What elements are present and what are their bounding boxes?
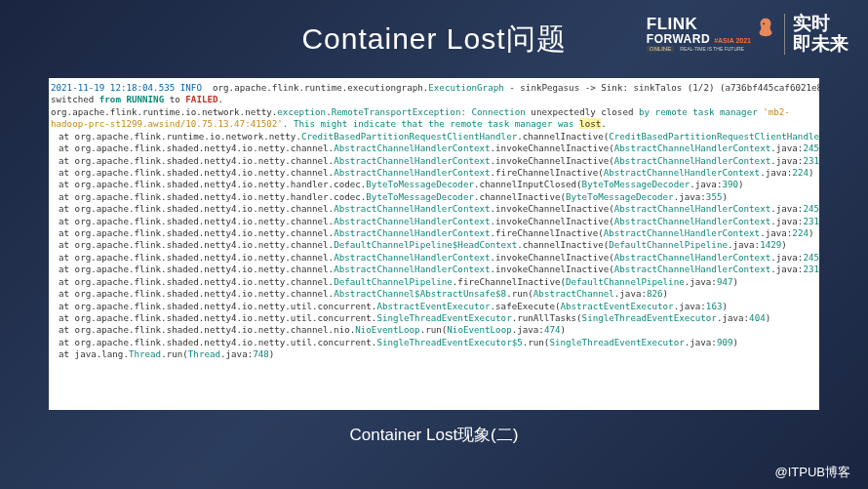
slide-title: Container Lost问题 bbox=[301, 20, 566, 60]
stack-frame: at org.apache.flink.shaded.netty4.io.net… bbox=[51, 191, 817, 203]
log-state-to: FAILED bbox=[185, 94, 217, 104]
log-switch-line: switched from RUNNING to FAILED. bbox=[51, 94, 817, 105]
logo-area: FLINK FORWARD #ASIA 2021 ONLINE REAL-TIM… bbox=[647, 14, 848, 55]
stack-frame: at org.apache.flink.shaded.netty4.io.net… bbox=[51, 264, 817, 275]
svg-point-0 bbox=[763, 23, 765, 25]
stack-frame: at org.apache.flink.shaded.netty4.io.net… bbox=[51, 239, 817, 251]
stack-frame: at org.apache.flink.shaded.netty4.io.net… bbox=[51, 167, 817, 179]
log-exception-word: exception bbox=[277, 106, 326, 117]
logo-online-text: ONLINE bbox=[647, 46, 674, 52]
logo-chinese: 实时 即未来 bbox=[784, 14, 848, 55]
stack-frame: at org.apache.flink.shaded.netty4.io.net… bbox=[51, 337, 817, 348]
slide-header: Container Lost问题 FLINK FORWARD #ASIA 202… bbox=[0, 0, 868, 78]
stack-frame: at org.apache.flink.runtime.io.network.n… bbox=[51, 131, 817, 143]
log-timestamp: 2021-11-19 12:18:04.535 bbox=[51, 82, 175, 93]
stack-frame: at java.lang.Thread.run(Thread.java:748) bbox=[51, 348, 817, 360]
stack-frame: at org.apache.flink.shaded.netty4.io.net… bbox=[51, 252, 817, 264]
footer-watermark: @ITPUB博客 bbox=[775, 464, 850, 481]
stack-frame: at org.apache.flink.shaded.netty4.io.net… bbox=[51, 203, 817, 215]
log-state-from: from RUNNING bbox=[99, 94, 164, 104]
stack-frame: at org.apache.flink.shaded.netty4.io.net… bbox=[51, 312, 817, 324]
logo-asia-text: #ASIA 2021 bbox=[714, 37, 751, 44]
stack-frame: at org.apache.flink.shaded.netty4.io.net… bbox=[51, 216, 817, 227]
log-logger-class: ExecutionGraph bbox=[428, 82, 503, 93]
log-exception-class: RemoteTransportException bbox=[332, 106, 461, 117]
logo-tagline: REAL-TIME IS THE FUTURE bbox=[680, 46, 744, 52]
log-msg-tail: - sinkPegasus -> Sink: sinkTalos (1/2) (… bbox=[504, 82, 819, 93]
flink-forward-logo: FLINK FORWARD #ASIA 2021 ONLINE REAL-TIM… bbox=[647, 17, 776, 51]
logo-forward-text: FORWARD bbox=[647, 32, 710, 46]
stack-frame: at org.apache.flink.shaded.netty4.io.net… bbox=[51, 227, 817, 239]
slide-caption: Container Lost现象(二) bbox=[0, 424, 868, 446]
squirrel-icon bbox=[755, 17, 776, 38]
stack-frame: at org.apache.flink.shaded.netty4.io.net… bbox=[51, 276, 817, 288]
log-panel: 2021-11-19 12:18:04.535 INFO org.apache.… bbox=[49, 78, 819, 410]
logo-cn-line1: 实时 bbox=[793, 14, 848, 34]
stack-frame: at org.apache.flink.shaded.netty4.io.net… bbox=[51, 155, 817, 167]
logo-flink-text: FLINK bbox=[647, 17, 751, 31]
stack-frame: at org.apache.flink.shaded.netty4.io.net… bbox=[51, 143, 817, 154]
stack-frame: at org.apache.flink.shaded.netty4.io.net… bbox=[51, 179, 817, 190]
stack-frame: at org.apache.flink.shaded.netty4.io.net… bbox=[51, 324, 817, 336]
log-lost-highlight: lost bbox=[579, 118, 601, 129]
log-level: INFO bbox=[180, 82, 202, 93]
stack-frame: at org.apache.flink.shaded.netty4.io.net… bbox=[51, 301, 817, 312]
log-header-line: 2021-11-19 12:18:04.535 INFO org.apache.… bbox=[51, 82, 817, 94]
log-logger-pkg: org.apache.flink.runtime.executiongraph. bbox=[213, 82, 428, 93]
stack-trace: at org.apache.flink.runtime.io.network.n… bbox=[51, 131, 817, 361]
logo-cn-line2: 即未来 bbox=[793, 34, 848, 55]
log-exception-line: org.apache.flink.runtime.io.network.nett… bbox=[51, 106, 817, 131]
stack-frame: at org.apache.flink.shaded.netty4.io.net… bbox=[51, 288, 817, 300]
